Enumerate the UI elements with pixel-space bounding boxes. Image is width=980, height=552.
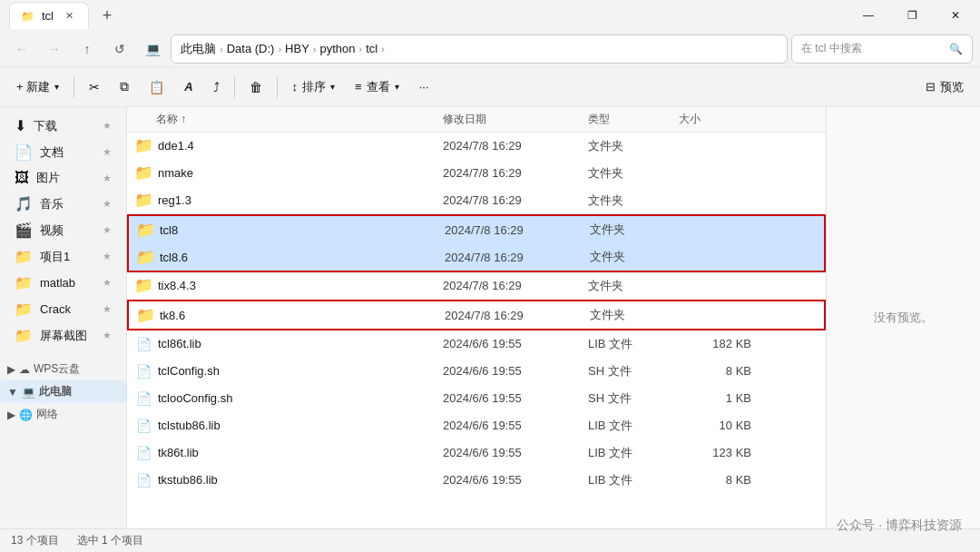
table-row[interactable]: 📁 tcl8 2024/7/8 16:29 文件夹 bbox=[129, 216, 824, 243]
table-row[interactable]: 📁 nmake 2024/7/8 16:29 文件夹 bbox=[127, 160, 826, 187]
file-area[interactable]: 名称 ↑ 修改日期 类型 大小 📁 dde1.4 2024/7/8 16:29 … bbox=[127, 107, 826, 528]
sidebar-group-wps[interactable]: ▶ ☁ WPS云盘 bbox=[0, 358, 126, 380]
tab-close-btn[interactable]: ✕ bbox=[61, 8, 77, 25]
toolbar-separator-2 bbox=[234, 76, 235, 98]
file-name: tkstub86.lib bbox=[158, 473, 218, 487]
table-row[interactable]: 📁 reg1.3 2024/7/8 16:29 文件夹 bbox=[127, 187, 826, 214]
sidebar-item-images[interactable]: 🖼 图片 ★ bbox=[4, 165, 122, 191]
breadcrumb-item-1[interactable]: Data (D:) bbox=[227, 42, 275, 55]
sidebar-pin-images: ★ bbox=[103, 172, 112, 184]
paste-btn[interactable]: 📋 bbox=[140, 72, 173, 103]
computer-btn[interactable]: 💻 bbox=[138, 34, 167, 64]
minimize-btn[interactable]: — bbox=[848, 0, 889, 31]
restore-btn[interactable]: ❐ bbox=[891, 0, 933, 31]
copy-icon: ⧉ bbox=[120, 79, 129, 94]
main-area: ⬇ 下载 ★ 📄 文档 ★ 🖼 图片 ★ 🎵 音乐 ★ 🎬 视频 ★ 📁 项目1… bbox=[0, 107, 980, 528]
col-header-type[interactable]: 类型 bbox=[588, 112, 679, 127]
table-row[interactable]: 📄 tclstub86.lib 2024/6/6 19:55 LIB 文件 10… bbox=[127, 412, 826, 439]
table-row[interactable]: 📁 tcl8.6 2024/7/8 16:29 文件夹 bbox=[129, 243, 824, 271]
close-btn[interactable]: ✕ bbox=[935, 0, 976, 31]
delete-btn[interactable]: 🗑 bbox=[240, 72, 271, 103]
sidebar-pin-crack: ★ bbox=[103, 303, 112, 315]
table-row[interactable]: 📄 tclooConfig.sh 2024/6/6 19:55 SH 文件 1 … bbox=[127, 385, 826, 412]
file-icon: 📄 bbox=[134, 444, 152, 462]
share-btn[interactable]: ⤴ bbox=[204, 72, 229, 103]
new-btn[interactable]: + 新建 ▾ bbox=[7, 72, 68, 103]
up-btn[interactable]: ↑ bbox=[73, 34, 102, 64]
copy-btn[interactable]: ⧉ bbox=[111, 72, 138, 103]
computer-sidebar-icon: 💻 bbox=[22, 386, 35, 399]
folder-icon: 📁 bbox=[134, 277, 152, 295]
sidebar-pin-project1: ★ bbox=[103, 251, 112, 262]
sidebar-item-project1[interactable]: 📁 项目1 ★ bbox=[4, 243, 122, 270]
preview-btn[interactable]: ⊟ 预览 bbox=[916, 72, 973, 103]
video-icon: 🎬 bbox=[15, 222, 33, 239]
delete-icon: 🗑 bbox=[250, 80, 262, 94]
sidebar-item-crack[interactable]: 📁 Crack ★ bbox=[4, 296, 122, 322]
breadcrumb-item-0[interactable]: 此电脑 bbox=[181, 41, 216, 57]
sidebar-item-matlab[interactable]: 📁 matlab ★ bbox=[4, 270, 122, 296]
network-icon: 🌐 bbox=[19, 409, 33, 421]
sidebar-item-video[interactable]: 🎬 视频 ★ bbox=[4, 217, 122, 243]
file-date: 2024/7/8 16:29 bbox=[443, 166, 588, 180]
search-box[interactable]: 在 tcl 中搜索 🔍 bbox=[791, 34, 973, 64]
breadcrumb[interactable]: 此电脑 › Data (D:) › HBY › python › tcl › bbox=[171, 34, 788, 64]
preview-label: 预览 bbox=[940, 79, 964, 95]
col-header-name[interactable]: 名称 ↑ bbox=[134, 112, 443, 127]
table-row[interactable]: 📄 tkstub86.lib 2024/6/6 19:55 LIB 文件 8 K… bbox=[127, 467, 826, 494]
file-size: 182 KB bbox=[679, 337, 751, 350]
file-size: 1 KB bbox=[679, 391, 751, 405]
sidebar-item-docs[interactable]: 📄 文档 ★ bbox=[4, 139, 122, 165]
rename-btn[interactable]: A bbox=[175, 72, 201, 103]
breadcrumb-item-2[interactable]: HBY bbox=[285, 42, 309, 55]
breadcrumb-item-3[interactable]: python bbox=[319, 42, 355, 55]
breadcrumb-item-4[interactable]: tcl bbox=[366, 42, 377, 55]
file-date: 2024/7/8 16:29 bbox=[445, 223, 590, 237]
table-row[interactable]: 📁 tk8.6 2024/7/8 16:29 文件夹 bbox=[129, 301, 824, 329]
new-dropdown-arrow: ▾ bbox=[54, 82, 59, 92]
new-tab-btn[interactable]: + bbox=[94, 3, 120, 28]
file-date: 2024/7/8 16:29 bbox=[443, 279, 588, 292]
toolbar-separator-3 bbox=[277, 76, 278, 98]
sort-btn[interactable]: ↕ 排序 ▾ bbox=[283, 72, 345, 103]
window-tab[interactable]: 📁 tcl ✕ bbox=[9, 2, 89, 29]
cut-btn[interactable]: ✂ bbox=[80, 72, 109, 103]
sidebar-pin-video: ★ bbox=[103, 224, 112, 236]
refresh-btn[interactable]: ↺ bbox=[105, 34, 134, 64]
sort-indicator: ↑ bbox=[181, 113, 186, 125]
sidebar-label-screenshot: 屏幕截图 bbox=[40, 328, 87, 344]
sidebar-group-computer[interactable]: ▼ 💻 此电脑 bbox=[0, 380, 126, 403]
file-size: 8 KB bbox=[679, 473, 751, 487]
back-btn[interactable]: ← bbox=[7, 34, 36, 64]
table-row[interactable]: 📄 tk86t.lib 2024/6/6 19:55 LIB 文件 123 KB bbox=[127, 439, 826, 467]
col-header-date[interactable]: 修改日期 bbox=[443, 112, 588, 127]
sort-dropdown-arrow: ▾ bbox=[330, 82, 335, 92]
file-date: 2024/6/6 19:55 bbox=[443, 337, 588, 350]
more-btn[interactable]: ··· bbox=[410, 72, 438, 103]
search-icon[interactable]: 🔍 bbox=[949, 43, 963, 55]
view-btn[interactable]: ≡ 查看 ▾ bbox=[346, 72, 408, 103]
sidebar-pin-matlab: ★ bbox=[103, 277, 112, 289]
sidebar-pin-docs: ★ bbox=[103, 146, 112, 158]
file-name: tk8.6 bbox=[160, 309, 185, 322]
sidebar-group-network[interactable]: ▶ 🌐 网络 bbox=[0, 403, 126, 426]
sidebar-item-music[interactable]: 🎵 音乐 ★ bbox=[4, 191, 122, 217]
sidebar-item-download[interactable]: ⬇ 下载 ★ bbox=[4, 113, 122, 139]
preview-icon: ⊟ bbox=[926, 80, 936, 94]
sidebar-label-download: 下载 bbox=[34, 118, 57, 134]
window-controls: — ❐ ✕ bbox=[848, 0, 980, 31]
sidebar-item-screenshot[interactable]: 📁 屏幕截图 ★ bbox=[4, 322, 122, 349]
col-header-size[interactable]: 大小 bbox=[679, 112, 751, 127]
forward-btn[interactable]: → bbox=[40, 34, 69, 64]
cut-icon: ✂ bbox=[89, 80, 100, 94]
download-icon: ⬇ bbox=[15, 117, 26, 134]
sidebar-pin-download: ★ bbox=[103, 120, 112, 132]
preview-label: 没有预览。 bbox=[874, 310, 933, 326]
file-type: 文件夹 bbox=[588, 278, 679, 294]
table-row[interactable]: 📁 dde1.4 2024/7/8 16:29 文件夹 bbox=[127, 133, 826, 160]
table-row[interactable]: 📁 tix8.4.3 2024/7/8 16:29 文件夹 bbox=[127, 272, 826, 300]
file-type: LIB 文件 bbox=[588, 445, 679, 461]
table-row[interactable]: 📄 tclConfig.sh 2024/6/6 19:55 SH 文件 8 KB bbox=[127, 358, 826, 385]
table-row[interactable]: 📄 tcl86t.lib 2024/6/6 19:55 LIB 文件 182 K… bbox=[127, 330, 826, 358]
file-header: 名称 ↑ 修改日期 类型 大小 bbox=[127, 107, 826, 133]
